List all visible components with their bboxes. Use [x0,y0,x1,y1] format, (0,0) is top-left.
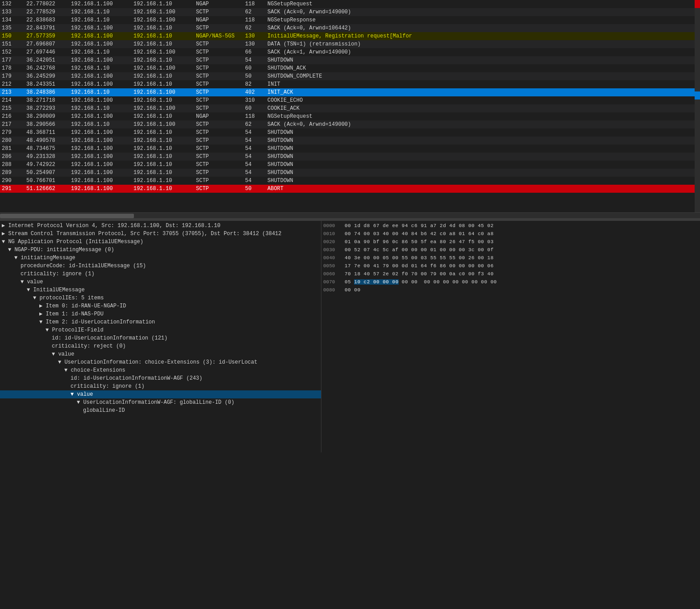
table-cell: 192.168.1.100 [132,104,194,112]
table-cell: 192.168.1.100 [132,88,194,96]
hex-offset: 0030 [323,246,341,254]
table-cell: NGSetupResponse [266,16,700,24]
table-cell: SCTP [194,120,243,128]
table-cell: 192.168.1.100 [69,112,132,120]
hex-offset: 0070 [323,278,341,286]
table-row[interactable]: 21538.272293192.168.1.10192.168.1.100SCT… [0,104,700,112]
table-cell: 118 [243,112,266,120]
table-cell: NGAP [194,0,243,8]
table-cell: SCTP [194,128,243,137]
hex-line: 002001 0a 90 bf 96 0c 86 50 5f ea 80 26 … [323,238,698,246]
tree-item[interactable]: ▼ protocolIEs: 5 items [0,294,321,302]
table-row[interactable]: 29151.126662192.168.1.100192.168.1.10SCT… [0,185,700,193]
tree-item[interactable]: id: id-UserLocationInformationW-AGF (243… [0,374,321,382]
tree-item[interactable]: procedureCode: id-InitialUEMessage (15) [0,262,321,270]
table-row[interactable]: 13322.778529192.168.1.10192.168.1.100SCT… [0,8,700,16]
table-cell: SHUTDOWN [266,177,700,185]
tree-item[interactable]: ▶ Item 0: id-RAN-UE-NGAP-ID [0,302,321,310]
tree-item[interactable]: ▼ value [0,278,321,286]
packet-list-scrollbar[interactable] [695,0,700,212]
horizontal-scrollbar[interactable] [0,212,700,219]
table-cell: SHUTDOWN [266,169,700,177]
tree-item[interactable]: globalLine-ID [0,406,321,414]
table-row[interactable]: 17936.245299192.168.1.100192.168.1.10SCT… [0,72,700,80]
table-row[interactable]: 15227.697446192.168.1.10192.168.1.100SCT… [0,48,700,56]
tree-item[interactable]: ▼ InitialUEMessage [0,286,321,294]
table-cell: 192.168.1.10 [132,128,194,137]
table-cell: SCTP [194,177,243,185]
table-cell: 192.168.1.100 [132,48,194,56]
tree-item[interactable]: ▼ Item 2: id-UserLocationInformation [0,318,321,326]
table-cell: SACK (Ack=0, Arwnd=149000) [266,8,700,16]
table-cell: 22.778022 [25,0,69,8]
tree-item[interactable]: criticality: ignore (1) [0,270,321,278]
table-row[interactable]: 15027.577359192.168.1.100192.168.1.10NGA… [0,32,700,40]
table-cell: 48.490578 [25,137,69,145]
table-cell: SCTP [194,153,243,161]
table-cell: 132 [0,0,25,8]
tree-item[interactable]: ▼ initiatingMessage [0,254,321,262]
tree-item[interactable]: criticality: ignore (1) [0,382,321,390]
table-cell: 36.242051 [25,56,69,64]
scrollbar-red-thumb [695,0,700,8]
table-row[interactable]: 21238.243351192.168.1.100192.168.1.10SCT… [0,80,700,88]
hex-offset: 0050 [323,262,341,270]
table-row[interactable]: 21338.248386192.168.1.10192.168.1.100SCT… [0,88,700,96]
tree-item[interactable]: ▼ NGAP-PDU: initiatingMessage (0) [0,246,321,254]
tree-item[interactable]: ▼ value [0,350,321,358]
table-row[interactable]: 29050.766701192.168.1.100192.168.1.10SCT… [0,177,700,185]
table-row[interactable]: 28849.742922192.168.1.100192.168.1.10SCT… [0,161,700,169]
tree-item[interactable]: ▶ Internet Protocol Version 4, Src: 192.… [0,222,321,230]
table-row[interactable]: 27948.368711192.168.1.100192.168.1.10SCT… [0,128,700,137]
table-cell: SACK (Ack=0, Arwnd=149000) [266,120,700,128]
table-row[interactable]: 13422.838683192.168.1.10192.168.1.100NGA… [0,16,700,24]
table-cell: 118 [243,0,266,8]
table-row[interactable]: 28950.254907192.168.1.100192.168.1.10SCT… [0,169,700,177]
tree-item[interactable]: ▼ choice-Extensions [0,366,321,374]
table-row[interactable]: 17836.242768192.168.1.10192.168.1.100SCT… [0,64,700,72]
tree-item[interactable]: ▶ Item 1: id-NAS-PDU [0,310,321,318]
tree-item[interactable]: ▶ Stream Control Transmission Protocol, … [0,230,321,238]
table-cell: 290 [0,177,25,185]
table-row[interactable]: 21438.271718192.168.1.100192.168.1.10SCT… [0,96,700,104]
table-cell: 279 [0,128,25,137]
hex-bytes: 00 1d d8 67 de ee 94 c6 91 a7 2d 4d 08 0… [345,222,494,230]
table-cell: 192.168.1.10 [132,40,194,48]
tree-item[interactable]: ▼ value [0,390,321,398]
table-cell: 288 [0,161,25,169]
table-cell: 286 [0,153,25,161]
table-row[interactable]: 13222.778022192.168.1.100192.168.1.10NGA… [0,0,700,8]
tree-item[interactable]: criticality: reject (0) [0,342,321,350]
table-cell: SCTP [194,56,243,64]
table-row[interactable]: 15127.696807192.168.1.100192.168.1.10SCT… [0,40,700,48]
table-cell: SCTP [194,64,243,72]
table-cell: 66 [243,48,266,56]
table-cell: SCTP [194,145,243,153]
table-cell: 402 [243,88,266,96]
table-cell: 54 [243,169,266,177]
table-cell: 38.243351 [25,80,69,88]
table-row[interactable]: 28649.231328192.168.1.100192.168.1.10SCT… [0,153,700,161]
table-row[interactable]: 21638.290009192.168.1.100192.168.1.10NGA… [0,112,700,120]
table-cell: SCTP [194,24,243,32]
table-cell: 192.168.1.10 [132,24,194,32]
table-row[interactable]: 17736.242051192.168.1.100192.168.1.10SCT… [0,56,700,64]
table-cell: SCTP [194,40,243,48]
table-row[interactable]: 13522.843791192.168.1.100192.168.1.10SCT… [0,24,700,32]
tree-item[interactable]: id: id-UserLocationInformation (121) [0,334,321,342]
table-cell: SHUTDOWN [266,137,700,145]
table-row[interactable]: 28148.734675192.168.1.100192.168.1.10SCT… [0,145,700,153]
table-cell: InitialUEMessage, Registration request[M… [266,32,700,40]
tree-item[interactable]: ▼ ProtocolIE-Field [0,326,321,334]
table-cell: SACK (Ack=0, Arwnd=106442) [266,24,700,32]
table-cell: 192.168.1.10 [69,8,132,16]
table-cell: 213 [0,88,25,96]
table-row[interactable]: 28048.490578192.168.1.100192.168.1.10SCT… [0,137,700,145]
table-cell: 27.697446 [25,48,69,56]
tree-item[interactable]: ▼ UserLocationInformation: choice-Extens… [0,358,321,366]
tree-item[interactable]: ▼ NG Application Protocol (InitialUEMess… [0,238,321,246]
tree-item[interactable]: ▼ UserLocationInformationW-AGF: globalLi… [0,398,321,406]
scrollbar-blue-thumb [695,91,700,99]
table-row[interactable]: 21738.290566192.168.1.10192.168.1.100SCT… [0,120,700,128]
table-cell: COOKIE_ACK [266,104,700,112]
